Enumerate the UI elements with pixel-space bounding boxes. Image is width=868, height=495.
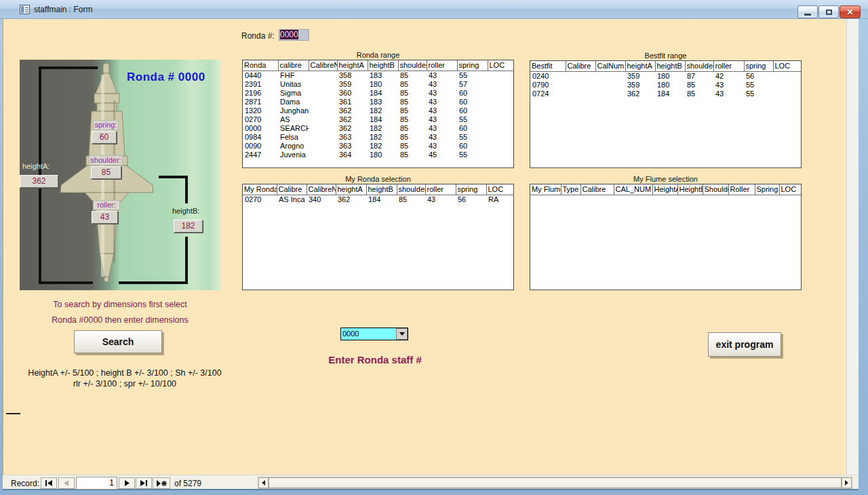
- bestfit-range-title: Bestfit range: [530, 52, 802, 60]
- heightb-value[interactable]: 182: [174, 220, 203, 233]
- next-record-icon: [124, 480, 130, 486]
- column-header: LOC: [779, 184, 802, 195]
- table-row[interactable]: 0090Arogno363182854360: [243, 142, 514, 151]
- column-header: spring: [457, 60, 488, 71]
- column-header: Calibre: [566, 61, 595, 71]
- shoulder-label: shoulder:: [89, 155, 123, 165]
- heightb-label: heightB:: [172, 207, 199, 215]
- maximize-icon: [826, 9, 832, 15]
- column-header: shoulder: [397, 184, 425, 195]
- ronda-range-list[interactable]: RondacalibreCalibreNheightAheightBshould…: [242, 60, 514, 168]
- column-header: spring: [456, 184, 486, 195]
- combobox-dropdown-icon[interactable]: [396, 328, 408, 340]
- table-row[interactable]: 1320Junghan362182854360: [243, 106, 514, 115]
- column-header: Shoulder: [703, 184, 728, 195]
- minimize-button[interactable]: [797, 5, 818, 18]
- last-record-icon: [140, 480, 148, 486]
- scrollbar-thumb[interactable]: [269, 477, 842, 488]
- record-label: Record:: [11, 479, 39, 488]
- last-record-button[interactable]: [136, 477, 152, 489]
- heighta-value[interactable]: 362: [20, 175, 58, 188]
- my-flume-list[interactable]: My FlumeTypeCalibreCAL_NUMHeightAHeightB…: [530, 184, 802, 290]
- search-button[interactable]: Search: [74, 330, 162, 353]
- scroll-left-button[interactable]: [258, 477, 269, 488]
- staff-photo: Ronda # 0000 spring: 60 shoulder: 85 hei…: [20, 60, 221, 290]
- record-count-text: of 5279: [174, 479, 201, 488]
- column-header: heightB: [655, 61, 685, 71]
- ronda-number-input[interactable]: 0000: [279, 29, 309, 41]
- table-row[interactable]: 2447Juvenia364180854555: [243, 151, 514, 159]
- table-row[interactable]: 0270AS Inca340362184854356RA: [243, 195, 514, 204]
- window-title: staffmain : Form: [34, 5, 92, 14]
- combobox-value: 0000: [341, 328, 396, 340]
- column-header: roller: [713, 61, 744, 71]
- search-instruction-line2: Ronda #0000 then enter dimensions: [14, 315, 226, 325]
- column-header: LOC: [488, 60, 514, 71]
- close-icon: ✕: [846, 8, 853, 16]
- form-canvas: Ronda #: 0000: [3, 19, 846, 475]
- ronda-staff-combobox[interactable]: 0000: [340, 328, 408, 340]
- column-header: My Ronda: [243, 184, 277, 195]
- roller-value[interactable]: 43: [92, 211, 118, 224]
- column-header: LOC: [773, 61, 802, 71]
- my-flume-title: My Flume selection: [530, 175, 802, 183]
- next-record-button[interactable]: [119, 477, 135, 489]
- vertical-scrollbar[interactable]: [846, 19, 859, 475]
- column-header: heightA: [625, 61, 655, 71]
- record-number-input[interactable]: 1: [76, 477, 117, 490]
- table-row[interactable]: 0270AS362184854355: [243, 115, 514, 124]
- column-header: Calibre: [580, 184, 614, 195]
- close-button[interactable]: ✕: [840, 5, 861, 18]
- bestfit-range-list[interactable]: BestfitCalibreCalNumheightAheightBshould…: [530, 60, 802, 168]
- table-row[interactable]: 0724362184854355: [530, 90, 802, 98]
- table-row[interactable]: 0790359180854355: [530, 81, 802, 90]
- table-row[interactable]: 2391Unitas359180854357: [243, 80, 514, 89]
- column-header: Bestfit: [530, 61, 566, 71]
- scroll-right-icon: [845, 480, 848, 486]
- column-header: CalNum: [595, 61, 625, 71]
- search-instruction-line1: To search by dimensions first select: [14, 300, 226, 309]
- column-header: calibre: [278, 60, 309, 71]
- minimize-icon: [804, 14, 811, 16]
- maximize-button[interactable]: [818, 5, 839, 18]
- form-icon: [20, 5, 30, 14]
- table-row[interactable]: 0240359180874256: [530, 71, 802, 81]
- new-record-icon: [156, 480, 167, 487]
- column-header: heightB: [368, 60, 398, 71]
- column-header: heightA: [337, 60, 368, 71]
- table-row[interactable]: 2196Sigma360184854360: [243, 89, 514, 98]
- shoulder-value[interactable]: 85: [91, 166, 121, 179]
- my-ronda-list[interactable]: My RondaCalibreCalibreNheightAheightBsho…: [242, 184, 514, 290]
- tolerance-line1: HeightA +/- 5/100 ; height B +/- 3/100 ;…: [7, 368, 242, 378]
- column-header: heightB: [366, 184, 397, 195]
- column-header: roller: [425, 184, 456, 195]
- horizontal-scrollbar[interactable]: [258, 477, 852, 489]
- record-navigation-bar: Record: 1 of 5279: [3, 475, 859, 490]
- previous-record-icon: [64, 480, 69, 486]
- ronda-number-label: Ronda #:: [241, 31, 275, 41]
- my-ronda-title: My Ronda selection: [242, 175, 514, 183]
- ronda-range-title: Ronda range: [242, 51, 514, 59]
- column-header: CAL_NUM: [614, 184, 652, 195]
- column-header: Ronda: [243, 60, 278, 71]
- column-header: shoulder: [685, 61, 713, 71]
- table-row[interactable]: 0000SEARCH362182854360: [243, 124, 514, 133]
- exit-program-button[interactable]: exit program: [708, 332, 781, 357]
- combobox-caption: Enter Ronda staff #: [299, 354, 451, 365]
- column-header: roller: [427, 60, 457, 71]
- spring-label: spring:: [93, 120, 119, 130]
- table-row[interactable]: 2871Dama361183854360: [243, 98, 514, 106]
- column-header: HeightB: [677, 184, 703, 195]
- spring-value[interactable]: 60: [92, 131, 117, 144]
- scroll-left-icon: [262, 480, 265, 486]
- column-header: CalibreN: [307, 184, 336, 195]
- heighta-label: heightA:: [22, 162, 50, 170]
- table-row[interactable]: 0440FHF358183854355: [243, 71, 514, 80]
- previous-record-button[interactable]: [58, 477, 75, 489]
- scroll-right-button[interactable]: [842, 477, 852, 488]
- tolerance-line2: rlr +/- 3/100 ; spr +/- 10/100: [7, 379, 242, 389]
- new-record-button[interactable]: [153, 477, 170, 489]
- table-row[interactable]: 0984Felsa363182854355: [243, 133, 514, 142]
- column-header: HeightA: [652, 184, 677, 195]
- first-record-button[interactable]: [41, 477, 57, 489]
